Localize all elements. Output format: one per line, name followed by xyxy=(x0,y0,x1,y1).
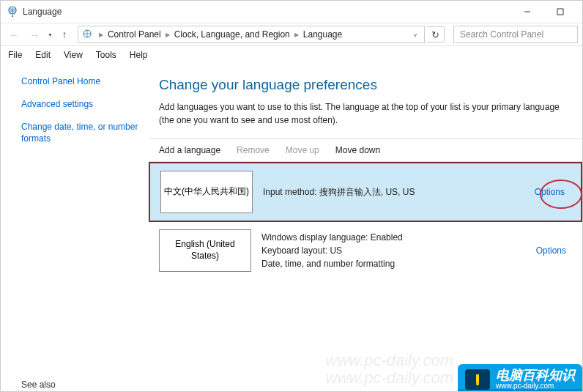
up-button[interactable]: ↑ xyxy=(57,27,72,42)
options-link[interactable]: Options xyxy=(535,187,571,197)
sidebar-control-panel-home[interactable]: Control Panel Home xyxy=(21,75,144,88)
menu-help[interactable]: Help xyxy=(130,50,148,60)
menu-tools[interactable]: Tools xyxy=(96,50,116,60)
address-bar: ← → ▼ ↑ ▶ Control Panel ▶ Clock, Languag… xyxy=(1,23,582,46)
chevron-right-icon: ▶ xyxy=(294,32,299,38)
forward-button[interactable]: → xyxy=(26,26,43,43)
see-also-label: See also xyxy=(21,380,144,390)
maximize-button[interactable] xyxy=(543,1,576,22)
menu-view[interactable]: View xyxy=(64,50,83,60)
chevron-right-icon: ▶ xyxy=(166,32,170,38)
search-input[interactable]: Search Control Panel xyxy=(453,26,578,43)
watermark-urls: www.pc-daily.com www.pc-daily.com xyxy=(326,352,453,387)
refresh-button[interactable]: ↻ xyxy=(427,26,445,42)
sidebar: Control Panel Home Advanced settings Cha… xyxy=(1,64,149,391)
page-heading: Change your language preferences xyxy=(149,64,582,100)
sidebar-change-date-formats[interactable]: Change date, time, or number formats xyxy=(21,121,144,146)
detail-display-language: Windows display language: Enabled xyxy=(261,231,536,244)
location-icon xyxy=(81,29,93,40)
language-name-box: 中文(中华人民共和国) xyxy=(160,171,253,213)
minimize-button[interactable] xyxy=(510,1,543,22)
window-title: Language xyxy=(23,7,510,17)
crumb-control-panel[interactable]: Control Panel xyxy=(106,29,163,40)
page-description: Add languages you want to use to this li… xyxy=(149,100,582,138)
title-bar: Language xyxy=(1,1,582,23)
language-details: Input method: 搜狗拼音输入法, US, US xyxy=(263,185,535,199)
watermark-badge: 电脑百科知识 www.pc-daily.com xyxy=(458,364,582,391)
back-button[interactable]: ← xyxy=(5,26,23,43)
history-dropdown-icon[interactable]: ▼ xyxy=(46,32,54,37)
app-icon xyxy=(7,6,18,18)
sidebar-advanced-settings[interactable]: Advanced settings xyxy=(21,98,144,111)
language-row-english[interactable]: English (United States) Windows display … xyxy=(149,222,582,279)
crumb-clock-language-region[interactable]: Clock, Language, and Region xyxy=(173,29,292,40)
watermark-badge-url: www.pc-daily.com xyxy=(496,382,575,390)
address-dropdown-icon[interactable]: v xyxy=(414,32,421,38)
menu-bar: File Edit View Tools Help xyxy=(1,46,582,62)
crumb-language[interactable]: Language xyxy=(302,29,344,40)
move-down-button[interactable]: Move down xyxy=(335,145,380,155)
language-name-box: English (United States) xyxy=(159,229,251,272)
move-up-button: Move up xyxy=(286,145,319,155)
detail-date-format: Date, time, and number formatting xyxy=(261,257,536,270)
breadcrumb-bar[interactable]: ▶ Control Panel ▶ Clock, Language, and R… xyxy=(78,26,425,43)
menu-file[interactable]: File xyxy=(8,50,22,60)
remove-button: Remove xyxy=(237,145,270,155)
watermark: www.pc-daily.com www.pc-daily.com 电脑百科知识… xyxy=(326,352,582,391)
menu-edit[interactable]: Edit xyxy=(35,50,51,60)
search-placeholder: Search Control Panel xyxy=(460,29,543,40)
main-panel: Change your language preferences Add lan… xyxy=(149,64,582,391)
language-row-chinese[interactable]: 中文(中华人民共和国) Input method: 搜狗拼音输入法, US, U… xyxy=(149,162,582,222)
add-language-button[interactable]: Add a language xyxy=(159,145,220,155)
language-toolbar: Add a language Remove Move up Move down xyxy=(149,138,582,162)
watermark-badge-text: 电脑百科知识 xyxy=(496,369,575,382)
warning-monitor-icon xyxy=(465,369,490,390)
detail-keyboard-layout: Keyboard layout: US xyxy=(261,244,536,257)
options-link[interactable]: Options xyxy=(536,245,572,256)
language-details: Windows display language: Enabled Keyboa… xyxy=(261,231,536,270)
chevron-right-icon: ▶ xyxy=(99,32,103,38)
svg-rect-2 xyxy=(557,9,563,15)
